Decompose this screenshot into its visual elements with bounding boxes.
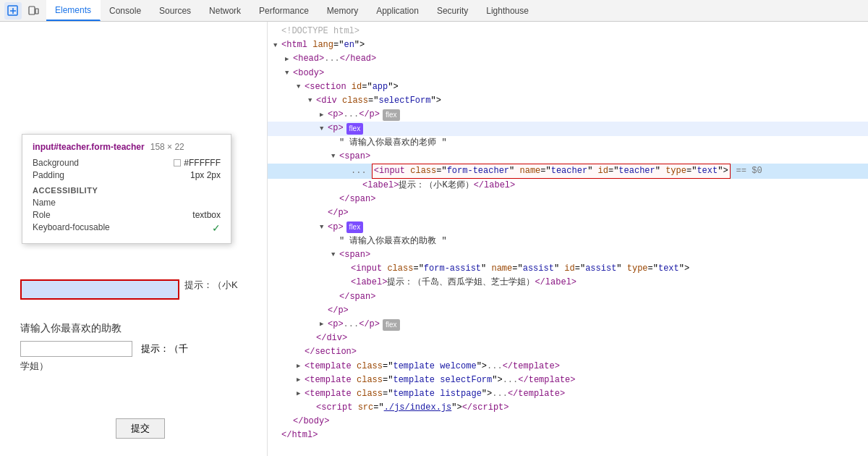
assist-hint-overflow: 学姐） bbox=[20, 360, 188, 373]
device-icon[interactable] bbox=[25, 2, 42, 20]
tooltip-title-row: input#teacher.form-teacher 158 × 22 bbox=[33, 142, 221, 152]
toggle-icon[interactable] bbox=[297, 389, 304, 399]
devtools-tab-list: Elements Console Sources Network Perform… bbox=[46, 0, 538, 21]
html-line: <section id="app"> bbox=[268, 80, 868, 94]
tab-network[interactable]: Network bbox=[200, 0, 250, 21]
html-line: <p> flex bbox=[268, 122, 868, 135]
color-swatch bbox=[174, 159, 181, 166]
toggle-icon[interactable] bbox=[285, 54, 292, 64]
toggle-icon[interactable] bbox=[331, 151, 339, 161]
svg-rect-4 bbox=[35, 9, 38, 14]
tab-performance[interactable]: Performance bbox=[250, 0, 318, 21]
selected-html-line[interactable]: ... <input class="form-teacher" name="te… bbox=[268, 164, 868, 179]
keyboard-check: ✓ bbox=[212, 222, 221, 234]
html-tag: <html bbox=[281, 38, 307, 52]
flex-badge: flex bbox=[383, 319, 400, 331]
tab-lighthouse[interactable]: Lighthouse bbox=[477, 0, 538, 21]
inspector-tooltip: input#teacher.form-teacher 158 × 22 Back… bbox=[22, 134, 231, 244]
webpage-panel: input#teacher.form-teacher 158 × 22 Back… bbox=[0, 22, 268, 456]
name-label: Name bbox=[33, 198, 105, 208]
flex-badge: flex bbox=[346, 123, 364, 135]
toggle-icon[interactable] bbox=[297, 375, 304, 385]
tab-memory[interactable]: Memory bbox=[318, 0, 367, 21]
html-line: <template class="template listpage">...<… bbox=[268, 387, 868, 401]
html-line: <body> bbox=[268, 67, 868, 80]
html-line: </p> bbox=[268, 206, 868, 220]
tooltip-role-row: Role textbox bbox=[33, 210, 221, 220]
teacher-hint-visible: 提示：（小K bbox=[184, 279, 238, 292]
submit-btn-area: 提交 bbox=[116, 405, 165, 439]
html-line: <template class="template welcome">...</… bbox=[268, 360, 868, 373]
toggle-icon[interactable] bbox=[285, 68, 292, 78]
svg-rect-3 bbox=[29, 7, 35, 14]
tab-elements[interactable]: Elements bbox=[46, 0, 101, 21]
html-line: </span> bbox=[268, 290, 868, 304]
html-line: <p>...</p> flex bbox=[268, 108, 868, 122]
highlighted-input-overlay bbox=[20, 279, 179, 300]
tab-application[interactable]: Application bbox=[367, 0, 428, 21]
toggle-icon[interactable] bbox=[320, 319, 327, 329]
accessibility-header: ACCESSIBILITY bbox=[33, 186, 221, 195]
keyboard-label: Keyboard-focusable bbox=[33, 222, 110, 234]
inspected-element-dims: 158 × 22 bbox=[150, 142, 184, 152]
tooltip-name-row: Name bbox=[33, 198, 221, 208]
assist-hint-label: 提示：（千 bbox=[141, 342, 188, 355]
html-line: <p> flex bbox=[268, 221, 868, 235]
html-line: </html> bbox=[268, 428, 868, 442]
padding-label: Padding bbox=[33, 170, 105, 180]
html-line: <p>...</p> flex bbox=[268, 318, 868, 332]
html-line: <label>提示：（小K老师）</label> bbox=[268, 179, 868, 193]
flex-badge: flex bbox=[346, 221, 364, 233]
padding-value: 1px 2px bbox=[190, 170, 221, 180]
toggle-icon[interactable] bbox=[297, 82, 304, 92]
tab-security[interactable]: Security bbox=[428, 0, 477, 21]
elements-panel: <!DOCTYPE html> <html lang="en"> <head>.… bbox=[268, 22, 868, 456]
toggle-icon[interactable] bbox=[308, 96, 315, 106]
tooltip-keyboard-row: Keyboard-focusable ✓ bbox=[33, 222, 221, 234]
devtools-topbar: Elements Console Sources Network Perform… bbox=[0, 0, 868, 22]
toggle-icon[interactable] bbox=[273, 41, 281, 51]
toggle-icon[interactable] bbox=[297, 361, 304, 371]
html-line: </p> bbox=[268, 304, 868, 318]
html-line: <div class="selectForm"> bbox=[268, 94, 868, 108]
html-line: </div> bbox=[268, 332, 868, 345]
toggle-icon[interactable] bbox=[320, 110, 327, 120]
html-line: <html lang="en"> bbox=[268, 38, 868, 52]
html-line: <span> bbox=[268, 248, 868, 262]
tab-console[interactable]: Console bbox=[101, 0, 150, 21]
role-label: Role bbox=[33, 210, 105, 220]
inspector-icon[interactable] bbox=[4, 2, 22, 20]
dollar-sign: == $0 bbox=[736, 164, 762, 178]
html-line: <label>提示：（千岛、西瓜学姐、芝士学姐）</label> bbox=[268, 276, 868, 290]
background-label: Background bbox=[33, 158, 105, 168]
main-area: input#teacher.form-teacher 158 × 22 Back… bbox=[0, 22, 868, 456]
check-icon: ✓ bbox=[212, 222, 221, 234]
assist-section: 请输入你最喜欢的助教 提示：（千 学姐） bbox=[20, 322, 188, 373]
doctype-text: <!DOCTYPE html> bbox=[281, 25, 359, 38]
html-line: <input class="form-assist" name="assist"… bbox=[268, 262, 868, 276]
html-line: </body> bbox=[268, 415, 868, 428]
html-line: </section> bbox=[268, 345, 868, 359]
html-line: </span> bbox=[268, 193, 868, 206]
toggle-icon[interactable] bbox=[331, 250, 339, 260]
html-line: <!DOCTYPE html> bbox=[268, 25, 868, 38]
html-line: <span> bbox=[268, 150, 868, 164]
html-line: " 请输入你最喜欢的老师 " bbox=[268, 136, 868, 150]
tab-sources[interactable]: Sources bbox=[150, 0, 200, 21]
role-value: textbox bbox=[192, 210, 221, 220]
assist-input[interactable] bbox=[20, 341, 132, 357]
html-line: <script src="./js/index.js"></script> bbox=[268, 401, 868, 415]
background-value: #FFFFFF bbox=[174, 158, 221, 168]
flex-badge: flex bbox=[383, 109, 400, 121]
toggle-icon[interactable] bbox=[320, 124, 327, 134]
assist-input-row: 提示：（千 bbox=[20, 341, 188, 357]
submit-button[interactable]: 提交 bbox=[116, 418, 165, 439]
html-line: " 请输入你最喜欢的助教 " bbox=[268, 235, 868, 248]
toggle-icon[interactable] bbox=[320, 222, 327, 232]
assist-label: 请输入你最喜欢的助教 bbox=[20, 322, 188, 335]
tooltip-padding-row: Padding 1px 2px bbox=[33, 170, 221, 180]
tooltip-background-row: Background #FFFFFF bbox=[33, 158, 221, 168]
html-line: <template class="template selectForm">..… bbox=[268, 373, 868, 387]
devtools-icon-group bbox=[0, 2, 46, 20]
html-line: <head>...</head> bbox=[268, 52, 868, 66]
